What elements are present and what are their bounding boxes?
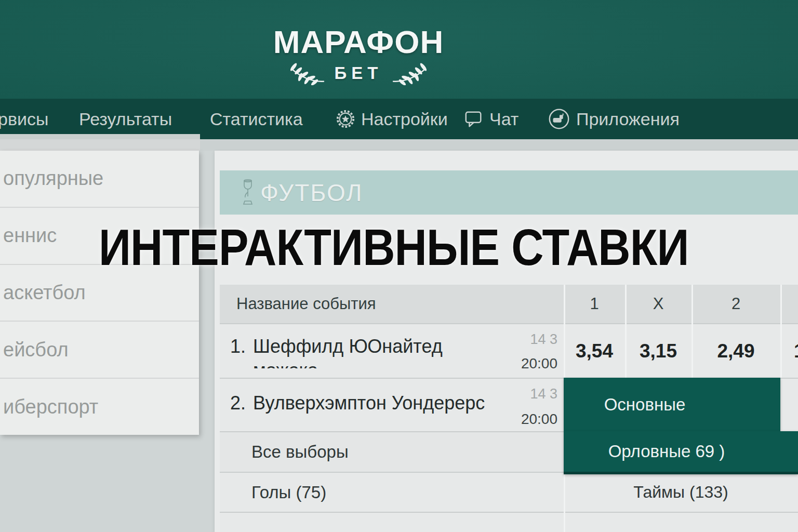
odds-cell-draw[interactable]: 3,15 — [625, 324, 691, 378]
sidebar-item-esports-label: иберспорт — [3, 396, 98, 418]
nav-item-results[interactable]: Результаты — [79, 99, 172, 139]
odds-cell-away[interactable]: 2,49 — [691, 324, 780, 378]
main-nav: рвисы Результаты Статистика Настройки Ча… — [0, 99, 798, 139]
apps-icon — [548, 108, 570, 130]
market-tabs-row: Голы (75) Таймы (133) — [220, 472, 798, 512]
nav-item-chat-label: Чат — [489, 109, 518, 129]
sidebar-item-esports[interactable]: иберспорт — [0, 379, 199, 435]
column-divider — [780, 285, 782, 378]
column-divider — [691, 285, 693, 378]
nav-item-services[interactable]: рвисы — [0, 99, 48, 139]
chat-icon — [464, 110, 484, 128]
overlay-title: ИНТЕРАКТИВНЫЕ СТАВКИ — [99, 222, 689, 273]
nav-active-underline — [0, 134, 200, 139]
nav-item-results-label: Результаты — [79, 109, 172, 129]
trophy-icon — [241, 178, 255, 207]
sport-title: ФУТБОЛ — [260, 179, 363, 207]
sidebar-item-tennis-label: еннис — [3, 224, 57, 247]
nav-item-statistics[interactable]: Статистика — [210, 99, 303, 139]
nav-item-statistics-label: Статистика — [210, 109, 303, 129]
sidebar-item-popular[interactable]: опулярные — [0, 151, 199, 208]
logo-subtitle: БЕТ — [335, 63, 383, 83]
event-row-1[interactable]: 1. Шеффилд ЮОнайтед можоко 14 3 20:00 3,… — [220, 323, 798, 378]
sport-section-header[interactable]: ФУТБОЛ — [220, 170, 798, 215]
header-separator-band-left — [0, 139, 200, 151]
sidebar-item-popular-label: опулярные — [3, 167, 103, 190]
markets-dropdown-primary[interactable]: Основные — [564, 378, 780, 431]
event-time: 20:00 — [443, 411, 557, 428]
odds-cell-home[interactable]: 3,54 — [564, 324, 625, 378]
laurel-right-icon — [391, 61, 431, 85]
gear-icon — [336, 109, 355, 129]
odds-cell-partial[interactable]: 1 — [780, 324, 798, 378]
column-header-2: 2 — [691, 285, 780, 323]
markets-dropdown-primary-label: Основные — [604, 395, 686, 415]
sidebar-item-basketball-label: аскетбол — [3, 282, 86, 304]
event-date: 14 3 — [443, 331, 557, 348]
all-selections-label: Все выборы — [251, 432, 349, 472]
column-header-x: X — [625, 285, 691, 323]
table-header-row: Название события 1 X 2 — [220, 285, 798, 323]
markets-dropdown-secondary-label: Орловные 69 ) — [608, 442, 725, 461]
marathonbet-screenshot: МАРАФОН БЕТ — [0, 0, 798, 532]
nav-item-chat[interactable]: Чат — [464, 99, 518, 139]
sidebar-item-baseball[interactable]: ейсбол — [0, 322, 199, 379]
event-number: 1. — [230, 336, 246, 357]
brand-header: МАРАФОН БЕТ — [0, 0, 798, 99]
nav-item-settings[interactable]: Настройки — [336, 99, 448, 139]
nav-item-settings-label: Настройки — [361, 109, 448, 129]
column-header-1: 1 — [564, 285, 625, 323]
event-name: Шеффилд ЮОнайтед — [253, 336, 443, 357]
column-divider — [625, 285, 627, 378]
nav-item-apps[interactable]: Приложения — [548, 99, 680, 139]
column-divider — [564, 285, 565, 378]
sports-sidebar: опулярные еннис аскетбол ейсбол иберспор… — [0, 151, 199, 435]
laurel-left-icon — [286, 61, 326, 85]
event-date: 14 3 — [443, 386, 557, 402]
column-header-event-name: Название события — [236, 285, 376, 323]
event-number: 2. — [230, 392, 246, 414]
column-divider — [564, 472, 565, 532]
logo-title: МАРАФОН — [177, 26, 540, 58]
event-time: 20:00 — [443, 355, 557, 372]
empty-row-partial — [220, 512, 798, 532]
sidebar-item-baseball-label: ейсбол — [3, 339, 69, 361]
market-tab-goals[interactable]: Голы (75) — [251, 473, 326, 512]
nav-item-apps-label: Приложения — [576, 109, 680, 129]
event-name-second-line-clipped: можоко — [253, 360, 318, 368]
market-tab-halves[interactable]: Таймы (133) — [564, 473, 798, 512]
logo: МАРАФОН БЕТ — [177, 26, 540, 85]
markets-dropdown-secondary[interactable]: Орловные 69 ) — [564, 431, 798, 474]
nav-item-services-label: рвисы — [0, 109, 48, 129]
